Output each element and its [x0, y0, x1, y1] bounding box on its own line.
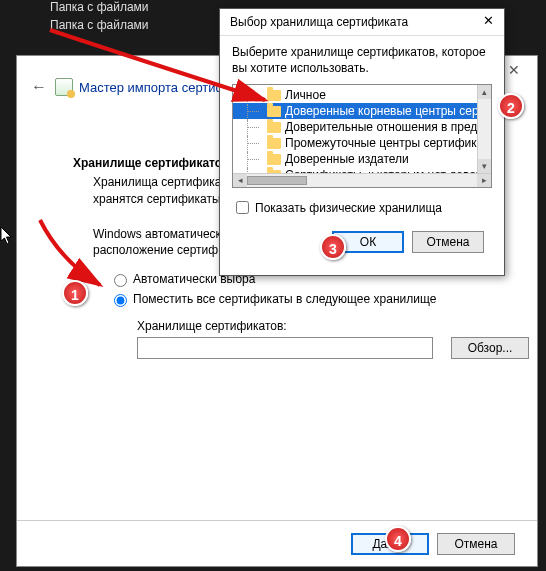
tree-item-label: Доверенные издатели — [285, 151, 409, 167]
radio-manual-row[interactable]: Поместить все сертификаты в следующее хр… — [17, 287, 537, 307]
tree-item[interactable]: Личное — [233, 87, 477, 103]
store-picker-dialog: Выбор хранилища сертификата ✕ Выберите х… — [219, 8, 505, 276]
tree-item-label: Личное — [285, 87, 326, 103]
radio-auto[interactable] — [114, 274, 127, 287]
show-physical-checkbox[interactable] — [236, 201, 249, 214]
horizontal-scrollbar[interactable]: ◂ ▸ — [233, 173, 491, 187]
cancel-button[interactable]: Отмена — [437, 533, 515, 555]
scroll-down-icon[interactable]: ▾ — [478, 159, 491, 173]
mouse-cursor-icon — [0, 226, 14, 246]
scroll-right-icon[interactable]: ▸ — [477, 174, 491, 187]
radio-manual[interactable] — [114, 294, 127, 307]
tree-item[interactable]: Доверенные издатели — [233, 151, 477, 167]
wizard-footer: Далее Отмена — [17, 520, 537, 566]
vertical-scrollbar[interactable]: ▴ ▾ — [477, 85, 491, 173]
cancel-button[interactable]: Отмена — [412, 231, 484, 253]
annotation-marker-2: 2 — [498, 93, 524, 119]
section-desc-line: хранятся сертификаты. — [93, 192, 224, 206]
bg-folder-item: Папка с файлами — [50, 18, 149, 32]
close-icon[interactable]: ✕ — [476, 13, 500, 31]
tree-item[interactable]: Промежуточные центры сертификаци — [233, 135, 477, 151]
folder-icon — [267, 106, 281, 117]
popup-titlebar: Выбор хранилища сертификата ✕ — [220, 9, 504, 36]
store-tree: Личное Доверенные корневые центры сертиф… — [232, 84, 492, 188]
certificate-icon — [55, 78, 73, 96]
scroll-left-icon[interactable]: ◂ — [233, 174, 247, 187]
store-input-row: Обзор... — [17, 335, 537, 359]
folder-icon — [267, 90, 281, 101]
tree-item[interactable]: Доверительные отношения в предприя — [233, 119, 477, 135]
store-label: Хранилище сертификатов: — [17, 307, 537, 335]
bg-folder-item: Папка с файлами — [50, 0, 149, 14]
popup-desc: Выберите хранилище сертификатов, которое… — [232, 45, 486, 75]
store-input[interactable] — [137, 337, 433, 359]
browse-button[interactable]: Обзор... — [451, 337, 529, 359]
annotation-marker-3: 3 — [320, 234, 346, 260]
back-arrow-icon[interactable]: ← — [31, 78, 47, 96]
tree-item-label: Доверенные корневые центры сертиф — [285, 103, 477, 119]
popup-body: Выберите хранилище сертификатов, которое… — [220, 36, 504, 188]
tree-item-selected[interactable]: Доверенные корневые центры сертиф — [233, 103, 477, 119]
scroll-up-icon[interactable]: ▴ — [478, 85, 491, 99]
scroll-thumb[interactable] — [247, 176, 307, 185]
folder-icon — [267, 154, 281, 165]
tree-item-label: Доверительные отношения в предприя — [285, 119, 477, 135]
show-physical-label: Показать физические хранилища — [255, 201, 442, 215]
popup-footer: ОК Отмена — [220, 217, 504, 253]
radio-manual-label: Поместить все сертификаты в следующее хр… — [133, 292, 436, 306]
tree-item-label: Промежуточные центры сертификаци — [285, 135, 477, 151]
bg-folder-label: Папка с файлами — [50, 18, 149, 32]
show-physical-row[interactable]: Показать физические хранилища — [220, 188, 504, 217]
folder-icon — [267, 138, 281, 149]
annotation-marker-4: 4 — [385, 526, 411, 552]
popup-title: Выбор хранилища сертификата — [230, 15, 408, 29]
bg-folder-label: Папка с файлами — [50, 0, 149, 14]
folder-icon — [267, 122, 281, 133]
annotation-marker-1: 1 — [62, 280, 88, 306]
